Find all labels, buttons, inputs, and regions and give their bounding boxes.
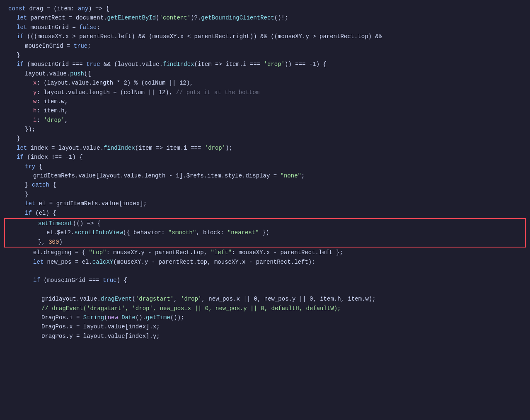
code-line: } (0, 134, 530, 143)
code-line: y: layout.value.length + (colNum || 12),… (0, 88, 530, 97)
code-line: x: (layout.value.length * 2) % (colNum |… (0, 78, 530, 87)
code-line: DragPos.y = layout.value[index].y; (0, 332, 530, 341)
code-line: let new_pos = el.calcXY(mouseXY.y - pare… (0, 257, 530, 267)
code-line: if (mouseInGrid === true) { (0, 276, 530, 285)
code-line: let index = layout.value.findIndex(item … (0, 143, 530, 153)
code-line: } (0, 51, 530, 60)
code-line: } (0, 190, 530, 199)
code-line: } catch { (0, 180, 530, 189)
code-line: let el = gridItemRefs.value[index]; (0, 199, 530, 208)
code-line: el.dragging = { "top": mouseXY.y - paren… (0, 248, 530, 257)
code-line: gridItemRefs.value[layout.value.length -… (0, 171, 530, 180)
code-line: mouseInGrid = true; (0, 41, 530, 51)
code-line: }); (0, 125, 530, 134)
code-line: if (index !== -1) { (0, 153, 530, 162)
code-editor: const drag = (item: any) => {let parentR… (0, 0, 530, 420)
code-line: const drag = (item: any) => { (0, 4, 530, 13)
code-line: }, 300) (5, 238, 525, 247)
code-line (0, 285, 530, 294)
code-line: try { (0, 162, 530, 171)
code-line: h: item.h, (0, 106, 530, 115)
code-line: if (mouseInGrid === true && (layout.valu… (0, 60, 530, 69)
code-line (0, 267, 530, 276)
code-line: i: 'drop', (0, 116, 530, 125)
code-line: // dragEvent('dragstart', 'drop', new_po… (0, 304, 530, 313)
code-line: DragPos.x = layout.value[index].x; (0, 322, 530, 331)
code-line: setTimeout(() => { (5, 219, 525, 228)
code-line: el.$el?.scrollIntoView({ behavior: "smoo… (5, 228, 525, 237)
code-line: let parentRect = document.getElementById… (0, 13, 530, 22)
code-line: let mouseInGrid = false; (0, 23, 530, 32)
code-line: gridlayout.value.dragEvent('dragstart', … (0, 294, 530, 303)
code-line: layout.value.push({ (0, 69, 530, 78)
code-line: if (((mouseXY.x > parentRect.left) && (m… (0, 32, 530, 41)
code-line: w: item.w, (0, 97, 530, 106)
code-line: if (el) { (0, 209, 530, 218)
highlight-box: setTimeout(() => {el.$el?.scrollIntoView… (4, 218, 526, 248)
code-line: DragPos.i = String(new Date().getTime())… (0, 313, 530, 322)
